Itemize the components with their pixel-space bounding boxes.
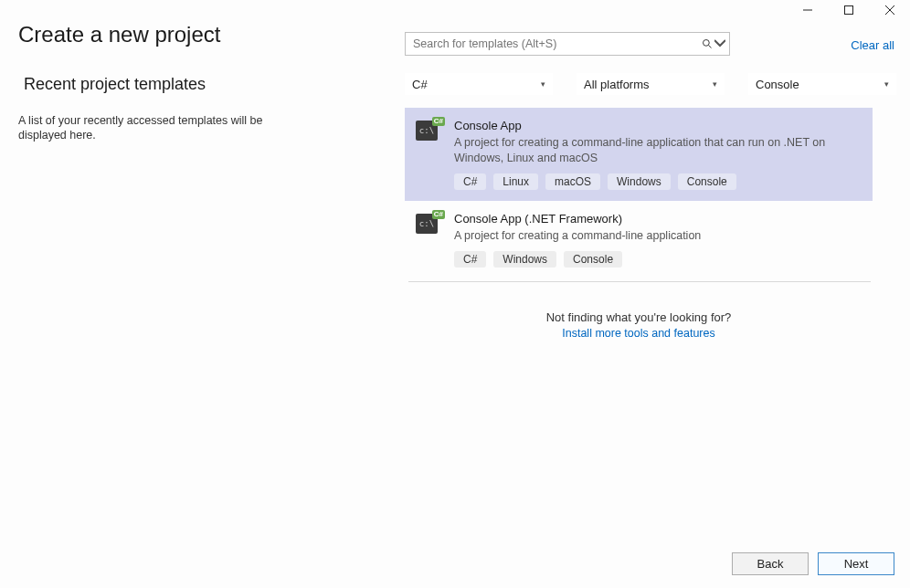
footer-buttons: Back Next	[732, 552, 894, 575]
search-box[interactable]	[405, 32, 730, 56]
tag: macOS	[545, 173, 600, 190]
tag: Windows	[608, 173, 671, 190]
tag: Console	[564, 251, 622, 268]
project-type-filter[interactable]: Console ▾	[748, 73, 896, 95]
template-name: Console App	[454, 119, 860, 132]
minimize-button[interactable]	[787, 0, 828, 20]
tag: C#	[454, 251, 486, 268]
tag-row: C#LinuxmacOSWindowsConsole	[454, 173, 860, 190]
page-title: Create a new project	[18, 22, 220, 47]
next-button[interactable]: Next	[818, 552, 894, 575]
language-filter[interactable]: C# ▾	[405, 73, 553, 95]
maximize-button[interactable]	[828, 0, 869, 20]
tag: Windows	[493, 251, 556, 268]
project-type-filter-label: Console	[756, 78, 799, 91]
not-finding-block: Not finding what you're looking for? Ins…	[405, 310, 873, 341]
language-filter-label: C#	[412, 78, 428, 91]
recent-templates-text: A list of your recently accessed templat…	[18, 113, 311, 143]
chevron-down-icon[interactable]	[714, 37, 725, 50]
tag: Linux	[493, 173, 538, 190]
console-app-icon: c:\C#	[416, 119, 443, 141]
search-icon[interactable]	[702, 33, 729, 55]
template-item[interactable]: c:\C#Console AppA project for creating a…	[405, 108, 873, 201]
platform-filter[interactable]: All platforms ▾	[577, 73, 725, 95]
template-description: A project for creating a command-line ap…	[454, 228, 860, 244]
template-description: A project for creating a command-line ap…	[454, 135, 860, 166]
tag: C#	[454, 173, 486, 190]
chevron-down-icon: ▾	[884, 79, 889, 89]
template-body: Console AppA project for creating a comm…	[454, 119, 860, 190]
window-controls	[787, 0, 910, 20]
svg-point-4	[704, 40, 710, 47]
chevron-down-icon: ▾	[713, 79, 717, 89]
template-item[interactable]: c:\C#Console App (.NET Framework)A proje…	[405, 201, 873, 278]
svg-rect-1	[844, 6, 852, 15]
template-name: Console App (.NET Framework)	[454, 212, 860, 226]
not-finding-text: Not finding what you're looking for?	[405, 310, 873, 324]
tag: Console	[678, 173, 736, 190]
template-list: c:\C#Console AppA project for creating a…	[405, 108, 873, 278]
chevron-down-icon: ▾	[541, 79, 545, 89]
console-app-icon: c:\C#	[416, 212, 443, 234]
clear-all-link[interactable]: Clear all	[851, 38, 894, 52]
template-body: Console App (.NET Framework)A project fo…	[454, 212, 860, 268]
platform-filter-label: All platforms	[584, 78, 650, 91]
filter-row: C# ▾ All platforms ▾ Console ▾	[405, 73, 896, 95]
svg-line-5	[709, 46, 712, 48]
divider	[408, 281, 871, 282]
back-button[interactable]: Back	[732, 552, 809, 575]
tag-row: C#WindowsConsole	[454, 251, 860, 268]
search-input[interactable]	[406, 37, 702, 50]
install-tools-link[interactable]: Install more tools and features	[562, 327, 714, 340]
recent-templates-heading: Recent project templates	[24, 75, 206, 94]
close-button[interactable]	[869, 0, 910, 20]
